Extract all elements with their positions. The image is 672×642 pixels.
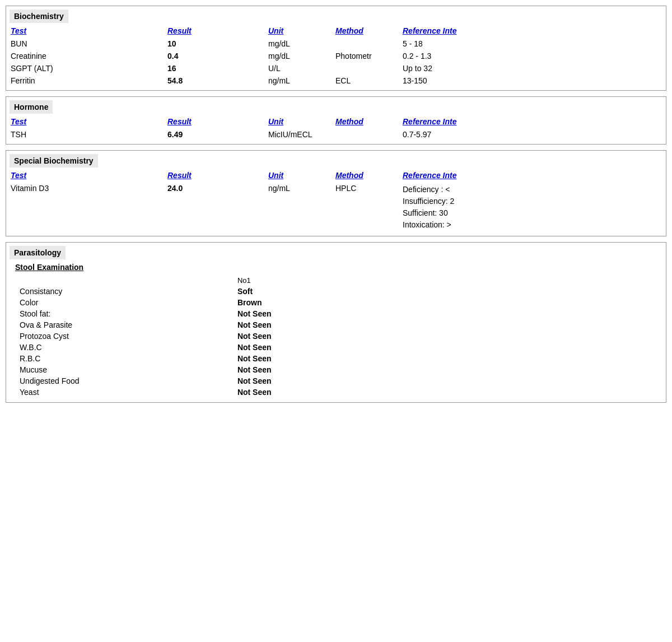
creatinine-test: Creatinine — [6, 50, 163, 62]
hormone-col-reference: Reference Inte — [398, 115, 666, 128]
hormone-col-test: Test — [6, 115, 163, 128]
table-row: BUN 10 mg/dL 5 - 18 — [6, 38, 666, 50]
ova-value: Not Seen — [233, 319, 407, 331]
no1-label: No1 — [233, 275, 407, 286]
list-item: Undigested Food Not Seen — [15, 375, 407, 387]
tsh-test: TSH — [6, 128, 163, 141]
undigested-label: Undigested Food — [15, 375, 233, 387]
ferritin-test: Ferritin — [6, 75, 163, 87]
tsh-reference: 0.7-5.97 — [398, 128, 666, 141]
sgpt-test: SGPT (ALT) — [6, 62, 163, 75]
wbc-label: W.B.C — [15, 342, 233, 353]
parasitology-section: Parasitology Stool Examination No1 Consi… — [6, 242, 666, 403]
special-col-result: Result — [163, 169, 264, 182]
stool-title: Stool Examination — [15, 263, 662, 272]
hormone-col-unit: Unit — [264, 115, 331, 128]
vitamind3-result: 24.0 — [163, 182, 264, 232]
sgpt-result: 16 — [163, 62, 264, 75]
vitamind3-method: HPLC — [331, 182, 398, 232]
wbc-value: Not Seen — [233, 342, 407, 353]
bun-test: BUN — [6, 38, 163, 50]
biochemistry-header-row: Test Result Unit Method Reference Inte — [6, 24, 666, 38]
bun-result: 10 — [163, 38, 264, 50]
biochemistry-col-method: Method — [331, 24, 398, 38]
parasitology-header: Parasitology — [10, 246, 66, 259]
undigested-value: Not Seen — [233, 375, 407, 387]
special-biochemistry-header: Special Biochemistry — [10, 154, 98, 168]
ref-line-3: Sufficient: 30 — [403, 208, 448, 217]
bun-reference: 5 - 18 — [398, 38, 666, 50]
special-col-unit: Unit — [264, 169, 331, 182]
creatinine-reference: 0.2 - 1.3 — [398, 50, 666, 62]
special-col-method: Method — [331, 169, 398, 182]
creatinine-method: Photometr — [331, 50, 398, 62]
sgpt-method — [331, 62, 398, 75]
stoolfat-value: Not Seen — [233, 308, 407, 319]
biochemistry-header: Biochemistry — [10, 10, 68, 23]
ref-line-4: Intoxication: > — [403, 220, 451, 229]
table-row: Vitamin D3 24.0 ng/mL HPLC Deficiency : … — [6, 182, 666, 232]
hormone-table: Test Result Unit Method Reference Inte T… — [6, 115, 666, 141]
protozoa-label: Protozoa Cyst — [15, 331, 233, 342]
biochemistry-col-test: Test — [6, 24, 163, 38]
special-col-reference: Reference Inte — [398, 169, 666, 182]
consistancy-value: Soft — [233, 286, 407, 297]
creatinine-result: 0.4 — [163, 50, 264, 62]
list-item: R.B.C Not Seen — [15, 353, 407, 364]
special-biochemistry-table: Test Result Unit Method Reference Inte V… — [6, 169, 666, 232]
table-row: SGPT (ALT) 16 U/L Up to 32 — [6, 62, 666, 75]
table-row: Creatinine 0.4 mg/dL Photometr 0.2 - 1.3 — [6, 50, 666, 62]
hormone-col-result: Result — [163, 115, 264, 128]
ferritin-unit: ng/mL — [264, 75, 331, 87]
vitamind3-test: Vitamin D3 — [6, 182, 163, 232]
stool-table: No1 Consistancy Soft Color Brown Stool f… — [15, 275, 407, 398]
consistancy-label: Consistancy — [15, 286, 233, 297]
list-item: Yeast Not Seen — [15, 387, 407, 398]
list-item: Consistancy Soft — [15, 286, 407, 297]
ref-line-1: Deficiency : < — [403, 185, 450, 194]
mucuse-value: Not Seen — [233, 364, 407, 375]
no1-empty — [15, 275, 233, 286]
stool-section: Stool Examination No1 Consistancy Soft C… — [6, 263, 666, 402]
ova-label: Ova & Parasite — [15, 319, 233, 331]
sgpt-reference: Up to 32 — [398, 62, 666, 75]
tsh-unit: MicIU/mECL — [264, 128, 331, 141]
ferritin-method: ECL — [331, 75, 398, 87]
table-row: Ferritin 54.8 ng/mL ECL 13-150 — [6, 75, 666, 87]
special-col-test: Test — [6, 169, 163, 182]
biochemistry-col-unit: Unit — [264, 24, 331, 38]
ferritin-reference: 13-150 — [398, 75, 666, 87]
vitamind3-reference: Deficiency : < Insufficiency: 2 Sufficie… — [398, 182, 666, 232]
bun-method — [331, 38, 398, 50]
table-row: TSH 6.49 MicIU/mECL 0.7-5.97 — [6, 128, 666, 141]
list-item: Ova & Parasite Not Seen — [15, 319, 407, 331]
list-item: Mucuse Not Seen — [15, 364, 407, 375]
biochemistry-table: Test Result Unit Method Reference Inte B… — [6, 24, 666, 87]
yeast-label: Yeast — [15, 387, 233, 398]
list-item: Color Brown — [15, 297, 407, 308]
hormone-col-method: Method — [331, 115, 398, 128]
ferritin-result: 54.8 — [163, 75, 264, 87]
list-item: W.B.C Not Seen — [15, 342, 407, 353]
hormone-header-row: Test Result Unit Method Reference Inte — [6, 115, 666, 128]
biochemistry-col-result: Result — [163, 24, 264, 38]
tsh-result: 6.49 — [163, 128, 264, 141]
hormone-section: Hormone Test Result Unit Method Referenc… — [6, 96, 666, 145]
rbc-value: Not Seen — [233, 353, 407, 364]
creatinine-unit: mg/dL — [264, 50, 331, 62]
no1-row: No1 — [15, 275, 407, 286]
list-item: Protozoa Cyst Not Seen — [15, 331, 407, 342]
mucuse-label: Mucuse — [15, 364, 233, 375]
tsh-method — [331, 128, 398, 141]
list-item: Stool fat: Not Seen — [15, 308, 407, 319]
biochemistry-section: Biochemistry Test Result Unit Method Ref… — [6, 6, 666, 91]
stoolfat-label: Stool fat: — [15, 308, 233, 319]
special-biochemistry-section: Special Biochemistry Test Result Unit Me… — [6, 150, 666, 236]
vitamind3-unit: ng/mL — [264, 182, 331, 232]
protozoa-value: Not Seen — [233, 331, 407, 342]
color-value: Brown — [233, 297, 407, 308]
ref-line-2: Insufficiency: 2 — [403, 197, 454, 206]
color-label: Color — [15, 297, 233, 308]
special-biochemistry-header-row: Test Result Unit Method Reference Inte — [6, 169, 666, 182]
biochemistry-col-reference: Reference Inte — [398, 24, 666, 38]
